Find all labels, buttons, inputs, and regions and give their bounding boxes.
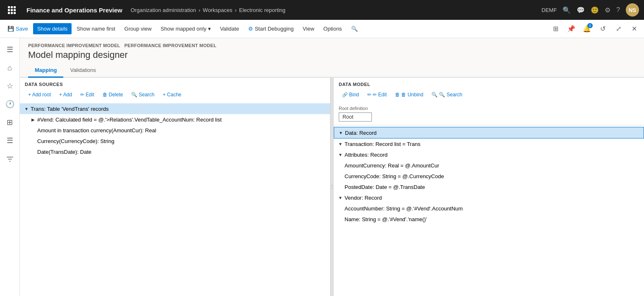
datasources-tree: ▼ Trans: Table 'VendTrans' records ▶ #Ve… (20, 102, 330, 296)
delete-button[interactable]: 🗑 Delete (99, 90, 127, 99)
edit-label: Edit (86, 92, 94, 98)
expand-attributes-icon[interactable]: ▼ (337, 151, 344, 158)
validate-button[interactable]: Validate (216, 23, 243, 34)
search-icon[interactable]: 🔍 (563, 6, 571, 14)
nav-workspaces[interactable]: ⊞ (2, 114, 18, 131)
tree-row-amount[interactable]: Amount in transaction currency(AmountCur… (20, 125, 330, 136)
add-root-button[interactable]: + Add root (25, 90, 54, 99)
datamodel-title: DATA MODEL (339, 82, 639, 87)
tree-text-trans: Trans: Table 'VendTrans' records (31, 106, 109, 112)
notification-badge: 0 (587, 23, 593, 28)
datamodel-panel: DATA MODEL 🔗 Bind ✏ ✏ Edit 🗑 🗑 Unbind (334, 78, 644, 296)
unbind-button[interactable]: 🗑 🗑 Unbind (392, 90, 426, 99)
datamodel-toolbar: 🔗 Bind ✏ ✏ Edit 🗑 🗑 Unbind 🔍 (339, 90, 639, 99)
dm-row-data[interactable]: ▼ Data: Record (334, 127, 644, 138)
options-button[interactable]: Options (319, 23, 346, 34)
expand-icon-btn[interactable]: ⤢ (612, 22, 625, 36)
dm-search-button[interactable]: 🔍 🔍 Search (428, 90, 465, 99)
smile-icon[interactable]: 🙂 (591, 6, 599, 14)
dm-text-amountcurrency: AmountCurrency: Real = @.AmountCur (345, 162, 439, 169)
tab-validations[interactable]: Validations (63, 64, 103, 78)
expand-trans-icon[interactable]: ▼ (23, 105, 30, 112)
show-details-button[interactable]: Show details (33, 23, 72, 34)
pin-icon-btn[interactable]: 📌 (565, 22, 578, 36)
close-icon-btn[interactable]: ✕ (627, 22, 641, 36)
dm-row-accountnumber[interactable]: AccountNumber: String = @.'#Vend'.Accoun… (334, 203, 644, 214)
breadcrumb-workspaces[interactable]: Workspaces (203, 7, 232, 13)
validate-label: Validate (220, 26, 239, 32)
nav-home[interactable]: ⌂ (2, 60, 18, 76)
delete-label: Delete (109, 92, 123, 98)
expand-data-icon[interactable]: ▼ (338, 129, 344, 136)
tree-text-date: Date(TransDate): Date (37, 149, 91, 155)
help-icon[interactable]: ? (616, 6, 620, 14)
dm-text-transaction: Transaction: Record list = Trans (345, 141, 420, 147)
bell-icon-btn[interactable]: 🔔 0 (580, 22, 594, 36)
dm-search-icon: 🔍 (431, 92, 438, 98)
breadcrumb-org[interactable]: Organization administration (131, 7, 196, 13)
datasources-header: DATA SOURCES + Add root + Add ✏ Edit 🗑 D… (20, 78, 330, 102)
topbar-right: DEMF 🔍 💬 🙂 ⚙ ? NS (541, 3, 639, 17)
env-label: DEMF (541, 7, 557, 13)
group-view-button[interactable]: Group view (120, 23, 156, 34)
cache-button[interactable]: + Cache (159, 90, 184, 99)
nav-hamburger[interactable]: ☰ (2, 41, 18, 58)
show-name-first-label: Show name first (77, 26, 115, 32)
notification-icon[interactable]: 💬 (577, 6, 585, 14)
dm-row-posteddate[interactable]: PostedDate: Date = @.TransDate (334, 181, 644, 192)
add-button[interactable]: + Add (56, 90, 75, 99)
user-avatar[interactable]: NS (626, 3, 639, 17)
show-name-first-button[interactable]: Show name first (72, 23, 119, 34)
tree-row-trans[interactable]: ▼ Trans: Table 'VendTrans' records (20, 103, 330, 114)
expand-transaction-icon[interactable]: ▼ (337, 141, 344, 147)
nav-favorites[interactable]: ☆ (2, 78, 18, 94)
dm-row-amountcurrency[interactable]: AmountCurrency: Real = @.AmountCur (334, 160, 644, 171)
panel-splitter[interactable]: ⋮ (330, 78, 334, 296)
cmd-search-button[interactable]: 🔍 (347, 23, 362, 34)
tree-row-date[interactable]: Date(TransDate): Date (20, 146, 330, 157)
bind-button[interactable]: 🔗 Bind (339, 90, 362, 99)
page-title: Model mapping designer (28, 50, 636, 60)
app-title: Finance and Operations Preview (22, 7, 127, 14)
dm-row-name[interactable]: Name: String = @.'#Vend'.'name()' (334, 214, 644, 224)
grid-icon-btn[interactable]: ⊞ (549, 22, 562, 36)
search-button[interactable]: 🔍 Search (128, 90, 158, 99)
dm-text-currencycode: CurrencyCode: String = @.CurrencyCode (345, 173, 444, 179)
tab-mapping[interactable]: Mapping (28, 64, 63, 78)
tree-row-vend[interactable]: ▶ #Vend: Calculated field = @.'>Relation… (20, 114, 330, 125)
dm-text-posteddate: PostedDate: Date = @.TransDate (345, 184, 425, 190)
topbar: Finance and Operations Preview Organizat… (0, 0, 644, 20)
filter-icon (6, 155, 14, 163)
dm-row-transaction[interactable]: ▼ Transaction: Record list = Trans (334, 138, 644, 149)
nav-modules[interactable]: ☰ (2, 132, 18, 149)
show-mapped-only-button[interactable]: Show mapped only ▾ (156, 23, 215, 34)
dm-edit-button[interactable]: ✏ ✏ Edit (364, 90, 390, 99)
dm-row-vendor[interactable]: ▼ Vendor: Record (334, 192, 644, 203)
filter-icon-btn[interactable] (3, 154, 17, 165)
waffle-menu[interactable] (5, 3, 18, 17)
root-definition-value: Root (339, 112, 372, 122)
datasources-toolbar: + Add root + Add ✏ Edit 🗑 Delete 🔍 Se (25, 90, 325, 99)
breadcrumb-model1: PERFORMANCE IMPROVEMENT MODEL (28, 43, 120, 48)
unbind-label: 🗑 Unbind (401, 92, 423, 98)
view-button[interactable]: View (299, 23, 318, 34)
dm-text-name: Name: String = @.'#Vend'.'name()' (345, 216, 427, 222)
nav-recent[interactable]: 🕐 (2, 96, 18, 112)
settings-icon[interactable]: ⚙ (605, 6, 610, 14)
sidebar-nav: ☰ ⌂ ☆ 🕐 ⊞ ☰ (0, 38, 20, 296)
debug-icon: ⚙ (248, 26, 253, 32)
dm-text-accountnumber: AccountNumber: String = @.'#Vend'.Accoun… (345, 205, 463, 212)
datamodel-header: DATA MODEL 🔗 Bind ✏ ✏ Edit 🗑 🗑 Unbind (334, 78, 644, 106)
edit-button[interactable]: ✏ Edit (77, 90, 98, 99)
dm-row-attributes[interactable]: ▼ Attributes: Record (334, 149, 644, 160)
expand-vend-icon[interactable]: ▶ (30, 116, 36, 123)
show-details-label: Show details (37, 26, 68, 32)
start-debugging-button[interactable]: ⚙ Start Debugging (244, 23, 298, 34)
dm-row-currencycode[interactable]: CurrencyCode: String = @.CurrencyCode (334, 171, 644, 181)
tree-row-currency[interactable]: Currency(CurrencyCode): String (20, 136, 330, 146)
save-button[interactable]: 💾 Save (3, 23, 32, 34)
tabs: Mapping Validations (20, 64, 644, 78)
breadcrumb-reporting[interactable]: Electronic reporting (239, 7, 285, 13)
refresh-icon-btn[interactable]: ↺ (596, 22, 609, 36)
expand-vendor-icon[interactable]: ▼ (337, 194, 344, 201)
